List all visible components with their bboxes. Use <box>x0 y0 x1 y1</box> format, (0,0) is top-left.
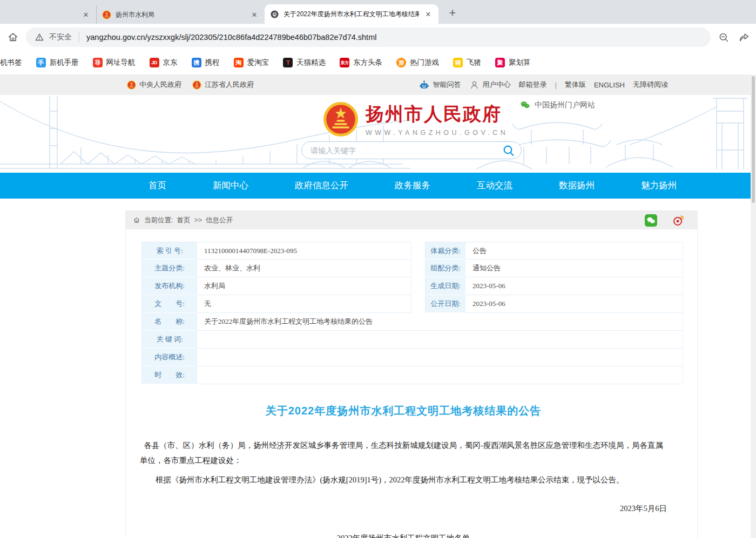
share-wechat-button[interactable] <box>645 214 657 227</box>
table-row: 内容概述: <box>141 349 683 366</box>
national-emblem-icon <box>192 80 201 90</box>
scrollbar-thumb[interactable] <box>752 76 755 203</box>
document-meta-table: 索 引 号: 11321000014407098E-2023-095 体裁分类:… <box>141 242 683 384</box>
meta-value <box>197 331 683 349</box>
meta-value: 2023-05-06 <box>465 277 683 295</box>
address-bar[interactable]: 不安全 yangzhou.gov.cn/yzszxxgk/slj/202305/… <box>26 28 711 47</box>
meta-label: 发布机构: <box>141 277 197 295</box>
url-nav-icon: 导 <box>93 58 103 67</box>
home-icon <box>133 216 140 224</box>
nav-charm-yangzhou[interactable]: 魅力扬州 <box>641 180 677 192</box>
search-button[interactable] <box>502 144 516 158</box>
meta-value: 关于2022年度扬州市水利工程文明工地考核结果的公告 <box>197 313 683 331</box>
table-row: 主题分类: 农业、林业、水利 组配分类: 通知公告 <box>141 260 683 277</box>
table-row: 名 称: 关于2022年度扬州市水利工程文明工地考核结果的公告 <box>141 313 683 331</box>
xinji-manual-icon: 手 <box>36 58 46 67</box>
meta-label: 公开日期: <box>425 295 465 313</box>
bookmark-url-nav[interactable]: 导 网址导航 <box>86 55 143 71</box>
link-central-government[interactable]: 中央人民政府 <box>127 80 181 90</box>
nav-news-center[interactable]: 新闻中心 <box>213 180 248 192</box>
link-jiangsu-government[interactable]: 江苏省人民政府 <box>192 80 254 90</box>
article-title: 关于2022年度扬州市水利工程文明工地考核结果的公告 <box>140 404 667 418</box>
tab-1-partial[interactable]: ✕ <box>0 5 96 24</box>
breadcrumb-current-link[interactable]: 信息公开 <box>206 216 233 225</box>
bookmark-fliggy[interactable]: 猪 飞猪 <box>446 55 488 71</box>
bookmark-aitaobao[interactable]: 淘 爱淘宝 <box>227 55 276 71</box>
tab-close-icon[interactable]: ✕ <box>249 10 259 19</box>
nav-home[interactable]: 首页 <box>148 180 166 192</box>
meta-value <box>197 349 683 366</box>
ctrip-dolphin-icon: 携 <box>192 58 201 67</box>
wechat-icon <box>520 100 530 110</box>
national-emblem-logo-icon <box>323 101 359 137</box>
main-navigation: 首页 新闻中心 政府信息公开 政务服务 互动交流 数据扬州 魅力扬州 <box>0 173 756 199</box>
document-panel: 当前位置: 首页 >> 信息公开 索 引 号: 1132100001440709… <box>125 210 698 538</box>
link-traditional-chinese[interactable]: 繁体版 <box>565 80 586 90</box>
table-row: 文 号: 无 公开日期: 2023-05-06 <box>141 295 683 313</box>
link-accessibility[interactable]: 无障碍阅读 <box>633 80 668 90</box>
site-url: WWW.YANGZHOU.GOV.CN <box>366 129 508 137</box>
meta-label: 生成日期: <box>425 277 465 295</box>
url-text: yangzhou.gov.cn/yzszxxgk/slj/202305/210c… <box>86 33 376 42</box>
meta-value: 通知公告 <box>465 260 683 277</box>
link-user-center[interactable]: 用户中心 <box>469 80 511 90</box>
not-secure-warning-icon[interactable] <box>35 32 44 42</box>
national-emblem-icon <box>127 80 136 90</box>
nav-info-disclosure[interactable]: 政府信息公开 <box>295 180 348 192</box>
nav-interaction[interactable]: 互动交流 <box>477 180 512 192</box>
portal-wechat-link[interactable]: 中国扬州门户网站 <box>520 100 595 110</box>
search-input[interactable] <box>310 146 502 155</box>
breadcrumb-home-link[interactable]: 首页 <box>177 216 190 225</box>
site-masthead: 扬州市人民政府 WWW.YANGZHOU.GOV.CN 中国扬州门户网站 <box>0 95 756 173</box>
new-tab-button[interactable]: + <box>445 5 460 21</box>
person-icon <box>469 80 480 90</box>
bookmark-ctrip[interactable]: 携 携程 <box>185 55 227 71</box>
meta-value: 11321000014407098E-2023-095 <box>197 242 411 260</box>
article-paragraph: 各县（市、区）水利（务）局，扬州经济开发区城乡事务管理局，生态科技新城规划建设局… <box>140 438 667 468</box>
share-icon[interactable] <box>738 31 751 44</box>
link-english[interactable]: ENGLISH <box>594 81 625 89</box>
meta-value: 水利局 <box>197 277 411 295</box>
robot-icon <box>418 79 430 91</box>
tmall-icon: T <box>283 58 293 67</box>
search-icon <box>502 144 515 157</box>
link-smart-qa[interactable]: 智能问答 <box>418 79 461 91</box>
tab-active-announcement[interactable]: 关于2022年度扬州市水利工程文明工地考核结果的公告 ✕ <box>265 4 438 24</box>
nav-data-yangzhou[interactable]: 数据扬州 <box>559 180 595 192</box>
tab-close-icon[interactable]: ✕ <box>81 10 91 19</box>
home-button[interactable] <box>6 31 19 44</box>
bookmark-xinji-manual[interactable]: 手 新机手册 <box>29 55 86 71</box>
tab-title: 扬州市水利局 <box>116 10 245 19</box>
table-row: 时 效: <box>141 366 683 384</box>
meta-value: 无 <box>197 295 411 313</box>
omnibox-divider <box>79 32 79 43</box>
article-list-title: 2022年度扬州市水利工程文明工地名单 <box>140 533 667 538</box>
breadcrumb-prefix: 当前位置: <box>144 216 173 225</box>
tab-shuiliju[interactable]: 扬州市水利局 ✕ <box>96 5 265 24</box>
article-body: 关于2022年度扬州市水利工程文明工地考核结果的公告 各县（市、区）水利（务）局… <box>126 404 697 538</box>
browser-toolbar: 不安全 yangzhou.gov.cn/yzszxxgk/slj/202305/… <box>0 24 756 51</box>
bookmark-hot-games[interactable]: 游 热门游戏 <box>389 55 446 71</box>
breadcrumb-separator: >> <box>194 216 202 224</box>
bookmark-juhuasuan[interactable]: 聚 聚划算 <box>488 55 538 71</box>
security-label: 不安全 <box>49 32 72 42</box>
nav-gov-services[interactable]: 政务服务 <box>395 180 430 192</box>
bookmarks-bar: 机书签 手 新机手册 导 网址导航 JD 京东 携 携程 淘 爱淘宝 T 天猫精… <box>0 51 756 74</box>
bookmark-jd[interactable]: JD 京东 <box>143 55 185 71</box>
zoom-out-icon[interactable] <box>717 31 730 44</box>
tab-close-icon[interactable]: ✕ <box>423 9 433 19</box>
bookmark-phone-bookmarks[interactable]: 机书签 <box>0 55 29 71</box>
link-mail-login[interactable]: 邮箱登录 <box>519 80 547 90</box>
table-row: 索 引 号: 11321000014407098E-2023-095 体裁分类:… <box>141 242 683 260</box>
meta-value: 公告 <box>465 242 683 260</box>
wechat-icon <box>646 216 656 225</box>
fliggy-pig-icon: 猪 <box>453 58 463 67</box>
bookmark-dongfang-toutiao[interactable]: 东方 东方头条 <box>333 55 389 71</box>
dongfang-toutiao-icon: 东方 <box>340 58 349 67</box>
vertical-scrollbar[interactable] <box>751 74 756 538</box>
site-logo[interactable]: 扬州市人民政府 WWW.YANGZHOU.GOV.CN <box>323 101 508 137</box>
bookmark-tmall[interactable]: T 天猫精选 <box>276 55 333 71</box>
share-weibo-button[interactable] <box>672 214 685 227</box>
meta-value: 农业、林业、水利 <box>197 260 411 277</box>
breadcrumb: 当前位置: 首页 >> 信息公开 <box>126 211 697 229</box>
